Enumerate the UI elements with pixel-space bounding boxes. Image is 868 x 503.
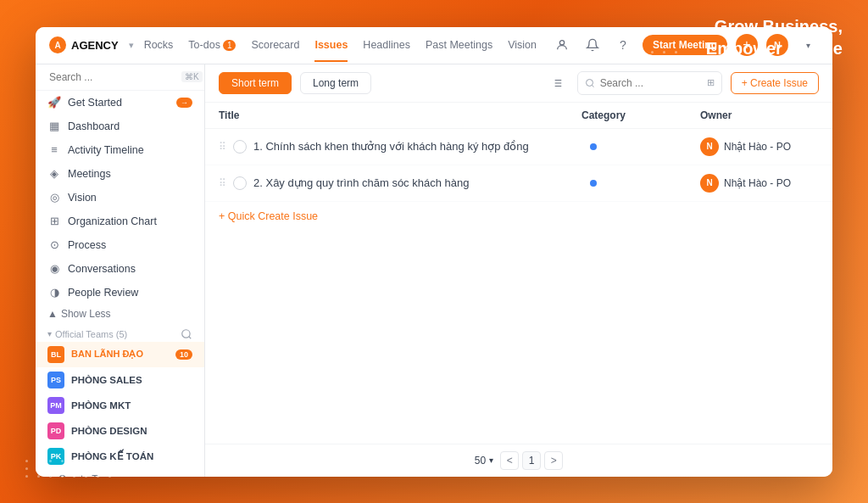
issues-search-input[interactable] [600,77,702,89]
page-size-selector[interactable]: 50 ▾ [475,455,493,467]
table-header: Title Category Owner [205,103,832,129]
hero-text: Grow Business, Empower People [706,15,843,59]
owner-avatar-2: N [700,174,719,193]
nav-past-meetings[interactable]: Past Meetings [426,37,492,53]
team-avatar-phong-mkt: PM [47,397,64,414]
svg-line-14 [592,85,593,87]
show-less-arrow-icon: ▲ [47,308,58,320]
sidebar-item-activity-timeline[interactable]: ≡ Activity Timeline [36,138,204,162]
meetings-icon: ◈ [47,167,61,181]
dashboard-icon: ▦ [47,120,61,133]
issue-checkbox-2[interactable] [233,176,247,190]
drag-handle-icon-2[interactable]: ⠿ [219,177,226,189]
team-badge-ban-lanh-dao: 10 [175,349,192,360]
conversations-icon: ◉ [47,262,61,276]
col-title: Title [219,109,581,121]
show-less-button[interactable]: ▲ Show Less [36,305,204,323]
people-review-icon: ◑ [47,286,61,299]
sidebar-search-input[interactable] [49,71,176,83]
issue-checkbox-1[interactable] [233,140,247,154]
todos-badge: 1 [223,40,236,51]
search-shortcut: ⌘K [181,71,203,82]
filter-icon[interactable] [545,71,569,95]
sidebar-search-container: ⌘K [36,64,204,91]
official-teams-section: ▾ Official Teams (5) [36,323,204,342]
sidebar-item-meetings[interactable]: ◈ Meetings [36,162,204,186]
sidebar-item-people-review[interactable]: ◑ People Review [36,281,204,305]
sidebar-item-process[interactable]: ⊙ Process [36,233,204,257]
sidebar-item-vision[interactable]: ◎ Vision [36,186,204,210]
next-page-button[interactable]: > [544,451,563,470]
team-avatar-ban-lanh-dao: BL [47,346,64,363]
team-avatar-phong-sales: PS [47,372,64,388]
nav-todos[interactable]: To-dos1 [188,37,236,53]
activity-icon: ≡ [47,143,61,157]
issues-table: Title Category Owner ⠿ 1. Chính sách khe… [205,103,832,444]
nav-vision[interactable]: Vision [508,37,537,53]
sidebar: ⌘K 🚀 Get Started → ▦ Dashboard ≡ Activit… [36,64,205,477]
agency-logo-icon: A [49,36,66,53]
team-item-phong-sales[interactable]: PS PHÒNG SALES [36,367,204,393]
issues-search-icon [585,78,595,88]
col-category: Category [581,109,700,121]
official-teams-label: ▾ Official Teams (5) [47,329,127,339]
teams-search-icon[interactable] [181,328,192,340]
owner-avatar-1: N [700,137,719,156]
team-item-phong-design[interactable]: PD PHÒNG DESIGN [36,418,204,444]
issue-title-1: 1. Chính sách khen thưởng với khách hàng… [253,140,529,153]
vision-icon: ◎ [47,191,61,204]
category-dot-1 [590,143,597,150]
tab-short-term[interactable]: Short term [219,72,292,94]
get-started-icon: 🚀 [47,96,61,109]
col-owner: Owner [700,109,819,121]
user-icon[interactable] [551,34,573,56]
get-started-badge: → [176,98,192,108]
agency-logo[interactable]: A AGENCY [49,36,119,53]
main-content: ⌘K 🚀 Get Started → ▦ Dashboard ≡ Activit… [36,64,832,477]
quick-create-button[interactable]: + Quick Create Issue [205,202,832,231]
sidebar-item-conversations[interactable]: ◉ Conversations [36,257,204,281]
svg-point-13 [586,79,593,86]
sidebar-item-get-started[interactable]: 🚀 Get Started → [36,91,204,115]
nav-headlines[interactable]: Headlines [363,37,410,53]
nav-scorecard[interactable]: Scorecard [251,37,299,53]
issues-toolbar: Short term Long term ⊞ + Create Issue [205,64,832,103]
drag-handle-icon[interactable]: ⠿ [219,141,226,153]
team-item-phong-mkt[interactable]: PM PHÒNG MKT [36,393,204,418]
team-item-ban-lanh-dao[interactable]: BL BAN LÃNH ĐẠO 10 [36,342,204,367]
owner-cell-2: N Nhật Hào - PO [700,174,819,193]
issue-title-2: 2. Xây dựng quy trình chăm sóc khách hàn… [253,176,469,189]
agency-name: AGENCY [71,39,119,52]
owner-name-1: Nhật Hào - PO [724,141,791,153]
sidebar-item-org-chart[interactable]: ⊞ Organization Chart [36,210,204,233]
search-options-icon[interactable]: ⊞ [707,77,715,88]
svg-line-4 [189,336,192,338]
app-window: A AGENCY ▾ Rocks To-dos1 Scorecard Issue… [36,27,832,477]
process-icon: ⊙ [47,238,61,252]
table-row: ⠿ 1. Chính sách khen thưởng với khách hà… [205,129,832,165]
owner-name-2: Nhật Hào - PO [724,177,791,189]
pagination: 50 ▾ < 1 > [205,444,832,477]
teams-arrow-icon: ▾ [47,329,52,338]
tab-long-term[interactable]: Long term [300,72,371,94]
nav-chevron-icon: ▾ [129,40,134,51]
prev-page-button[interactable]: < [500,451,519,470]
issue-title-cell-1: ⠿ 1. Chính sách khen thưởng với khách hà… [219,140,581,154]
svg-point-3 [182,329,190,337]
issue-title-cell-2: ⠿ 2. Xây dựng quy trình chăm sóc khách h… [219,176,581,190]
nav-rocks[interactable]: Rocks [144,37,174,53]
category-dot-2 [590,180,597,187]
page-size-chevron-icon: ▾ [489,455,493,465]
table-row: ⠿ 2. Xây dựng quy trình chăm sóc khách h… [205,165,832,202]
sidebar-item-dashboard[interactable]: ▦ Dashboard [36,115,204,138]
svg-point-0 [559,41,564,45]
team-avatar-phong-design: PD [47,422,64,439]
create-issue-button[interactable]: + Create Issue [731,72,819,94]
owner-cell-1: N Nhật Hào - PO [700,137,819,156]
page-content: Short term Long term ⊞ + Create Issue Ti… [205,64,832,477]
current-page[interactable]: 1 [522,451,541,470]
org-chart-icon: ⊞ [47,215,61,228]
page-nav: < 1 > [500,451,563,470]
nav-issues[interactable]: Issues [314,37,348,53]
top-nav-links: Rocks To-dos1 Scorecard Issues Headlines… [144,37,551,53]
